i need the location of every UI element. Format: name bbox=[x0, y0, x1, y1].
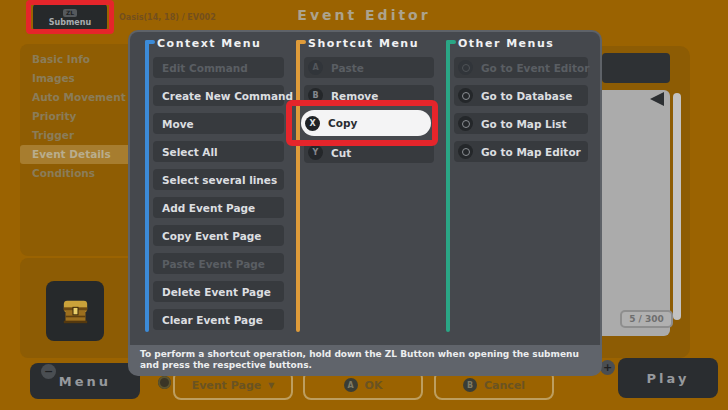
zl-button-icon: ZL bbox=[63, 9, 77, 17]
map-editor-icon bbox=[458, 144, 473, 159]
shortcut-item-paste: A Paste bbox=[304, 57, 434, 78]
shortcut-item-cut[interactable]: Y Cut bbox=[304, 142, 434, 163]
menu-item-edit-command: Edit Command bbox=[153, 57, 284, 78]
other-menus-title: Other Menus bbox=[458, 37, 554, 50]
sidebar-item-auto-movement[interactable]: Auto Movement bbox=[20, 88, 135, 107]
command-list-header-box bbox=[602, 53, 670, 83]
plus-button-icon: + bbox=[600, 360, 615, 375]
sidebar: Basic Info Images Auto Movement Priority… bbox=[20, 50, 135, 183]
menu-item-go-to-database[interactable]: Go to Database bbox=[454, 85, 588, 106]
selection-marker-icon bbox=[650, 92, 664, 106]
play-button[interactable]: Play bbox=[618, 358, 718, 398]
shortcut-item-copy[interactable]: X Copy bbox=[301, 110, 431, 136]
context-menu-accent-bar bbox=[145, 40, 149, 332]
minus-button-icon: − bbox=[41, 364, 56, 379]
menu-button-label: Menu bbox=[59, 374, 111, 389]
submenu-button[interactable]: ZL Submenu bbox=[33, 4, 107, 31]
cancel-button-label: Cancel bbox=[484, 379, 525, 392]
context-menu-list: Edit Command Create New Command Move Sel… bbox=[153, 57, 284, 330]
treasure-chest-sprite bbox=[62, 299, 89, 324]
shortcut-item-copy-label: Copy bbox=[328, 117, 357, 129]
page-indicator-badge: 5 / 300 bbox=[620, 310, 673, 328]
a-button-icon: A bbox=[344, 378, 358, 392]
event-editor-icon bbox=[458, 60, 473, 75]
menu-item-go-to-event-editor: Go to Event Editor bbox=[454, 57, 588, 78]
play-button-label: Play bbox=[647, 371, 690, 386]
go-to-database-label: Go to Database bbox=[481, 90, 572, 102]
shortcut-item-remove[interactable]: B Remove bbox=[304, 85, 434, 106]
shortcut-item-cut-label: Cut bbox=[331, 147, 351, 159]
b-button-icon: B bbox=[308, 88, 323, 103]
database-icon bbox=[458, 88, 473, 103]
go-to-map-editor-label: Go to Map Editor bbox=[481, 146, 581, 158]
menu-item-select-all[interactable]: Select All bbox=[153, 141, 284, 162]
a-button-icon: A bbox=[308, 60, 323, 75]
chevron-down-icon: ▼ bbox=[268, 381, 274, 390]
command-list-scrollbar[interactable] bbox=[673, 93, 681, 320]
menu-item-clear-event-page[interactable]: Clear Event Page bbox=[153, 309, 284, 330]
sidebar-item-conditions[interactable]: Conditions bbox=[20, 164, 135, 183]
sidebar-item-event-details[interactable]: Event Details bbox=[20, 145, 135, 164]
sidebar-item-basic-info[interactable]: Basic Info bbox=[20, 50, 135, 69]
sidebar-item-trigger[interactable]: Trigger bbox=[20, 126, 135, 145]
ok-button-label: OK bbox=[365, 379, 383, 392]
other-menus-accent-bar bbox=[446, 40, 450, 332]
shortcut-menu-accent-bar bbox=[296, 40, 300, 332]
context-menu-title: Context Menu bbox=[157, 37, 261, 50]
menu-item-move[interactable]: Move bbox=[153, 113, 284, 134]
x-button-icon: X bbox=[305, 116, 320, 131]
event-sprite-preview[interactable] bbox=[46, 281, 104, 341]
event-sprite-panel bbox=[20, 258, 135, 358]
shortcut-item-paste-label: Paste bbox=[331, 62, 364, 74]
event-location-text: Oasis(14, 18) / EV002 bbox=[119, 13, 216, 22]
dialog-help-text: To perform a shortcut operation, hold do… bbox=[128, 345, 602, 376]
menu-item-go-to-map-list[interactable]: Go to Map List bbox=[454, 113, 588, 134]
menu-item-paste-event-page: Paste Event Page bbox=[153, 253, 284, 274]
map-list-icon bbox=[458, 116, 473, 131]
shortcut-menu-title: Shortcut Menu bbox=[308, 37, 419, 50]
menu-item-create-new-command[interactable]: Create New Command bbox=[153, 85, 284, 106]
go-to-map-list-label: Go to Map List bbox=[481, 118, 567, 130]
menu-item-add-event-page[interactable]: Add Event Page bbox=[153, 197, 284, 218]
button-hint-icon bbox=[158, 376, 171, 389]
menu-item-delete-event-page[interactable]: Delete Event Page bbox=[153, 281, 284, 302]
menu-item-select-several-lines[interactable]: Select several lines bbox=[153, 169, 284, 190]
go-to-event-editor-label: Go to Event Editor bbox=[481, 62, 589, 74]
sidebar-item-priority[interactable]: Priority bbox=[20, 107, 135, 126]
y-button-icon: Y bbox=[308, 145, 323, 160]
other-menus-list: Go to Event Editor Go to Database Go to … bbox=[454, 57, 588, 162]
b-button-icon: B bbox=[463, 378, 477, 392]
sidebar-item-images[interactable]: Images bbox=[20, 69, 135, 88]
submenu-button-label: Submenu bbox=[49, 18, 91, 27]
command-list-panel bbox=[590, 90, 670, 336]
event-editor-screen: Event Editor ZL Submenu Oasis(14, 18) / … bbox=[0, 0, 728, 410]
page-title: Event Editor bbox=[0, 7, 728, 23]
menu-item-copy-event-page[interactable]: Copy Event Page bbox=[153, 225, 284, 246]
menu-item-go-to-map-editor[interactable]: Go to Map Editor bbox=[454, 141, 588, 162]
event-page-label: Event Page bbox=[192, 379, 262, 392]
shortcut-item-remove-label: Remove bbox=[331, 90, 378, 102]
